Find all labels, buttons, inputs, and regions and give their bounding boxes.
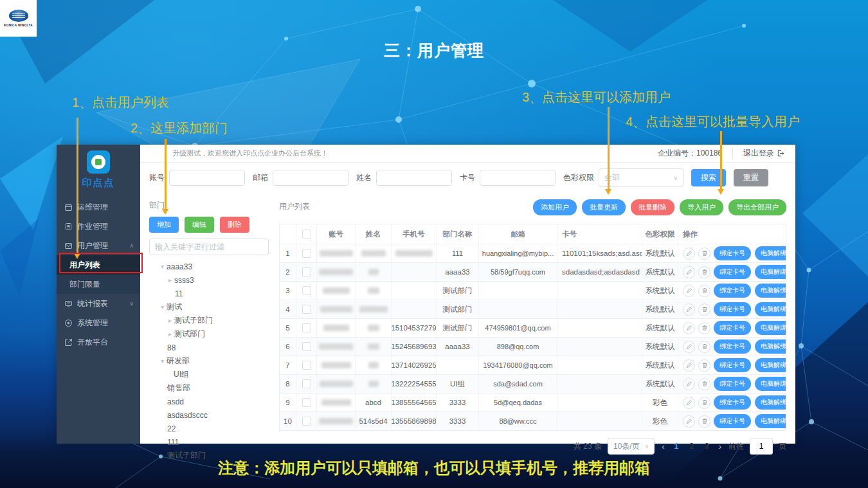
delete-row-button[interactable] bbox=[698, 341, 710, 353]
user-toolbar-button[interactable]: 导入用户 bbox=[680, 199, 723, 215]
bind-card-button[interactable]: 绑定卡号 bbox=[714, 414, 751, 428]
reset-button[interactable]: 重置 bbox=[734, 169, 768, 186]
row-checkbox[interactable] bbox=[302, 286, 311, 295]
caret-down-icon[interactable]: ▾ bbox=[161, 263, 164, 270]
pc-unbind-button[interactable]: 电脑解绑 bbox=[755, 284, 786, 298]
edit-row-button[interactable] bbox=[683, 266, 695, 278]
dept-tree-filter-input[interactable] bbox=[149, 239, 269, 255]
page-number-1[interactable]: 1 bbox=[672, 442, 682, 451]
bind-card-button[interactable]: 绑定卡号 bbox=[714, 358, 751, 372]
delete-row-button[interactable] bbox=[698, 415, 710, 428]
pc-unbind-button[interactable]: 电脑解绑 bbox=[755, 339, 786, 354]
pc-unbind-button[interactable]: 电脑解绑 bbox=[755, 377, 786, 391]
sidebar-item-open-platform[interactable]: 开放平台 bbox=[57, 332, 140, 352]
edit-row-button[interactable] bbox=[683, 248, 695, 260]
delete-row-button[interactable] bbox=[698, 285, 710, 297]
tree-node[interactable]: ▾测试 bbox=[149, 300, 269, 314]
delete-row-button[interactable] bbox=[698, 322, 710, 334]
per-page-select[interactable]: 10条/页 ∨ bbox=[608, 438, 655, 455]
row-checkbox[interactable] bbox=[302, 379, 311, 388]
tree-node[interactable]: 22 bbox=[149, 422, 269, 435]
dept-edit-button[interactable]: 编辑 bbox=[185, 217, 214, 233]
tree-node[interactable]: ▸测试子部门 bbox=[149, 314, 269, 327]
row-checkbox[interactable] bbox=[302, 361, 311, 370]
delete-row-button[interactable] bbox=[698, 397, 710, 409]
user-toolbar-button[interactable]: 导出全部用户 bbox=[728, 199, 786, 215]
tree-node[interactable]: 88 bbox=[149, 341, 269, 354]
row-checkbox[interactable] bbox=[302, 398, 311, 407]
name-filter-input[interactable] bbox=[376, 170, 452, 186]
caret-right-icon[interactable]: ▸ bbox=[168, 276, 172, 284]
sidebar-item-report[interactable]: 统计报表 ∨ bbox=[57, 294, 140, 313]
sidebar-item-system[interactable]: 系统管理 bbox=[57, 313, 140, 332]
bind-card-button[interactable]: 绑定卡号 bbox=[714, 284, 751, 298]
tree-node[interactable]: 111 bbox=[149, 435, 269, 449]
row-checkbox[interactable] bbox=[302, 323, 311, 332]
pc-unbind-button[interactable]: 电脑解绑 bbox=[755, 358, 786, 372]
delete-row-button[interactable] bbox=[698, 303, 710, 316]
row-checkbox[interactable] bbox=[302, 249, 311, 258]
goto-page-input[interactable] bbox=[750, 438, 773, 455]
tree-node[interactable]: UI组 bbox=[149, 368, 269, 381]
row-checkbox[interactable] bbox=[302, 417, 311, 426]
delete-row-button[interactable] bbox=[698, 266, 710, 278]
edit-row-button[interactable] bbox=[683, 397, 695, 409]
pc-unbind-button[interactable]: 电脑解绑 bbox=[755, 321, 786, 335]
page-number-3[interactable]: 3 bbox=[702, 442, 712, 451]
account-filter-input[interactable] bbox=[169, 170, 245, 186]
delete-row-button[interactable] bbox=[698, 378, 710, 390]
row-checkbox[interactable] bbox=[302, 267, 311, 276]
bind-card-button[interactable]: 绑定卡号 bbox=[714, 246, 751, 260]
tree-node[interactable]: asdasdsccc bbox=[149, 408, 269, 422]
bind-card-button[interactable]: 绑定卡号 bbox=[714, 321, 751, 335]
bind-card-button[interactable]: 绑定卡号 bbox=[714, 339, 751, 354]
delete-row-button[interactable] bbox=[698, 248, 710, 260]
dept-delete-button[interactable]: 删除 bbox=[220, 217, 249, 233]
edit-row-button[interactable] bbox=[683, 359, 695, 372]
tree-node[interactable]: 11 bbox=[149, 287, 269, 300]
caret-right-icon[interactable]: ▸ bbox=[168, 317, 172, 324]
tree-node[interactable]: ▾aaaa33 bbox=[149, 260, 269, 273]
dept-add-button[interactable]: 增加 bbox=[149, 217, 179, 233]
row-checkbox[interactable] bbox=[302, 342, 311, 351]
pc-unbind-button[interactable]: 电脑解绑 bbox=[755, 414, 786, 428]
bind-card-button[interactable]: 绑定卡号 bbox=[714, 395, 751, 410]
card-filter-input[interactable] bbox=[480, 170, 556, 186]
edit-row-button[interactable] bbox=[683, 322, 695, 334]
user-toolbar-button[interactable]: 添加用户 bbox=[533, 199, 577, 215]
tree-node[interactable]: 销售部 bbox=[149, 381, 269, 395]
edit-row-button[interactable] bbox=[683, 341, 695, 353]
bind-card-button[interactable]: 绑定卡号 bbox=[714, 302, 751, 316]
page-number-2[interactable]: 2 bbox=[687, 442, 696, 451]
tree-node[interactable]: ▾研发部 bbox=[149, 354, 269, 368]
delete-row-button[interactable] bbox=[698, 359, 710, 372]
logout-button[interactable]: 退出登录 bbox=[732, 148, 784, 159]
next-page-button[interactable]: › bbox=[718, 442, 723, 451]
tree-node[interactable]: asdd bbox=[149, 395, 269, 408]
sidebar-item-ops[interactable]: 运维管理 bbox=[57, 197, 140, 217]
user-toolbar-button[interactable]: 批量删除 bbox=[631, 199, 674, 215]
sidebar-item-dept-limit[interactable]: 部门限量 bbox=[57, 275, 140, 294]
sidebar-item-jobs[interactable]: 作业管理 bbox=[57, 217, 140, 236]
pc-unbind-button[interactable]: 电脑解绑 bbox=[755, 246, 786, 260]
row-checkbox[interactable] bbox=[302, 305, 311, 314]
edit-row-button[interactable] bbox=[683, 415, 695, 428]
select-all-checkbox[interactable] bbox=[302, 230, 311, 239]
edit-row-button[interactable] bbox=[683, 303, 695, 316]
pc-unbind-button[interactable]: 电脑解绑 bbox=[755, 265, 786, 279]
tree-node[interactable]: ▸测试部门 bbox=[149, 327, 269, 341]
tree-node[interactable]: ▸ssss3 bbox=[149, 273, 269, 287]
caret-down-icon[interactable]: ▾ bbox=[161, 357, 164, 365]
pc-unbind-button[interactable]: 电脑解绑 bbox=[755, 395, 786, 410]
color-perm-select[interactable]: 全部 ∨ bbox=[599, 168, 683, 187]
edit-row-button[interactable] bbox=[683, 378, 695, 390]
prev-page-button[interactable]: ‹ bbox=[660, 442, 665, 451]
pc-unbind-button[interactable]: 电脑解绑 bbox=[755, 302, 786, 316]
bind-card-button[interactable]: 绑定卡号 bbox=[714, 265, 751, 279]
email-filter-input[interactable] bbox=[273, 170, 348, 186]
caret-down-icon[interactable]: ▾ bbox=[161, 303, 164, 311]
user-toolbar-button[interactable]: 批量更新 bbox=[582, 199, 626, 215]
caret-right-icon[interactable]: ▸ bbox=[168, 330, 172, 338]
edit-row-button[interactable] bbox=[683, 285, 695, 297]
bind-card-button[interactable]: 绑定卡号 bbox=[714, 377, 751, 391]
